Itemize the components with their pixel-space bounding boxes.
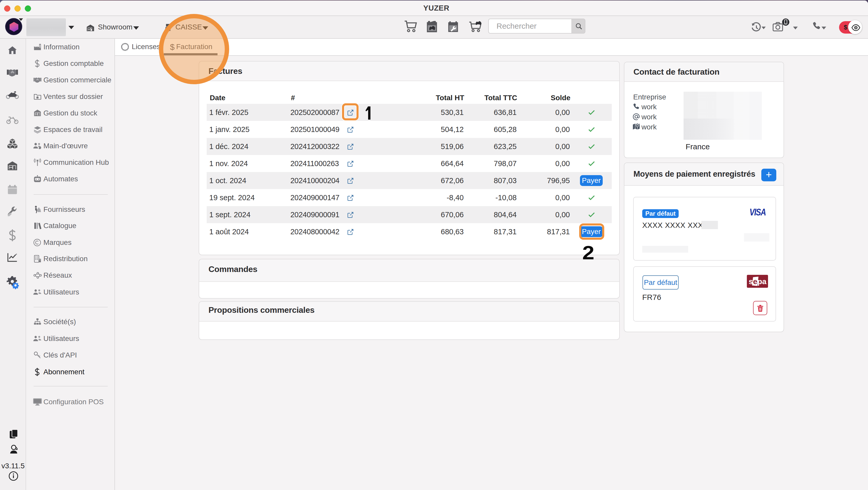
svg-text:pa: pa xyxy=(757,277,767,286)
svg-text:s: s xyxy=(749,277,753,286)
svg-text:e: e xyxy=(753,277,757,286)
